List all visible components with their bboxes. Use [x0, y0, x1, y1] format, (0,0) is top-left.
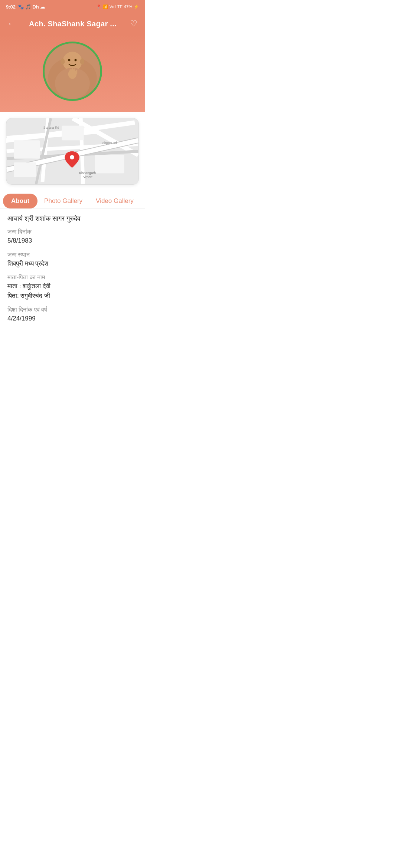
status-right: 📍 📶 Vo LTE 47% ⚡ [96, 4, 139, 9]
page-title: Ach. ShaShank Sagar ... [29, 20, 117, 28]
svg-point-3 [61, 58, 65, 65]
svg-rect-27 [14, 162, 36, 177]
svg-rect-10 [72, 68, 73, 73]
birthplace-value: शिवपुरी मध्य प्रदेश [7, 259, 137, 269]
status-icons: 🐾 🎵 Dh ☁ [18, 4, 45, 10]
profile-section [0, 34, 145, 112]
diksha-value: 4/24/1999 [7, 314, 137, 323]
birthplace-block: जन्म स्थान शिवपुरी मध्य प्रदेश [7, 251, 137, 269]
location-icon: 📍 [96, 4, 101, 9]
time: 9:02 [6, 4, 16, 10]
father-value: पिता: रागुवीरचंद जी [7, 291, 137, 301]
favorite-button[interactable]: ♡ [130, 19, 137, 29]
mother-value: माता : शकुंतला देवी [7, 282, 137, 291]
svg-rect-26 [95, 155, 124, 173]
svg-text:Kishangarh: Kishangarh [79, 171, 96, 175]
dob-value: 5/8/1983 [7, 236, 137, 246]
tab-photo-gallery[interactable]: Photo Gallery [38, 194, 89, 208]
map-box[interactable]: Sarana Rd Airport Rd Kishangarh Airport [6, 118, 139, 185]
status-left: 9:02 🐾 🎵 Dh ☁ [6, 4, 45, 10]
svg-text:Airport: Airport [82, 175, 92, 179]
svg-point-6 [75, 59, 77, 62]
avatar-image [45, 43, 100, 99]
dob-block: जन्म दिनांक 5/8/1983 [7, 228, 137, 246]
guru-name: आचार्य श्री शशांक सागर गुरुदेव [7, 215, 137, 223]
dob-label: जन्म दिनांक [7, 228, 137, 235]
svg-rect-25 [62, 126, 84, 141]
tab-about[interactable]: About [3, 194, 38, 208]
birthplace-label: जन्म स्थान [7, 251, 137, 258]
tab-files[interactable]: File [140, 194, 145, 208]
svg-text:Sarana Rd: Sarana Rd [43, 126, 59, 129]
svg-rect-9 [70, 69, 71, 74]
battery-icon: ⚡ [134, 4, 139, 9]
header: ← Ach. ShaShank Sagar ... ♡ [0, 13, 145, 34]
map-svg: Sarana Rd Airport Rd Kishangarh Airport [6, 118, 138, 184]
battery-level: 47% [124, 4, 132, 9]
parents-block: माता-पिता का नाम माता : शकुंतला देवी पित… [7, 274, 137, 300]
svg-text:Airport Rd: Airport Rd [102, 141, 117, 145]
svg-rect-24 [14, 140, 40, 158]
svg-rect-12 [76, 70, 77, 74]
status-bar: 9:02 🐾 🎵 Dh ☁ 📍 📶 Vo LTE 47% ⚡ [0, 0, 145, 13]
parents-label: माता-पिता का नाम [7, 274, 137, 281]
tab-video-gallery[interactable]: Video Gallery [89, 194, 140, 208]
svg-point-5 [68, 59, 71, 62]
diksha-block: दिक्षा दिनांक एवं वर्ष 4/24/1999 [7, 306, 137, 323]
about-content: आचार्य श्री शशांक सागर गुरुदेव जन्म दिना… [0, 209, 145, 335]
svg-point-4 [80, 58, 84, 65]
diksha-label: दिक्षा दिनांक एवं वर्ष [7, 306, 137, 313]
svg-point-33 [70, 155, 74, 160]
tabs-container: About Photo Gallery Video Gallery File [0, 191, 145, 209]
avatar [43, 42, 102, 101]
back-button[interactable]: ← [7, 19, 16, 29]
map-container: Sarana Rd Airport Rd Kishangarh Airport [0, 112, 145, 191]
signal-label: Vo LTE [110, 4, 123, 9]
wifi-icon: 📶 [103, 4, 108, 9]
svg-rect-11 [74, 69, 75, 74]
